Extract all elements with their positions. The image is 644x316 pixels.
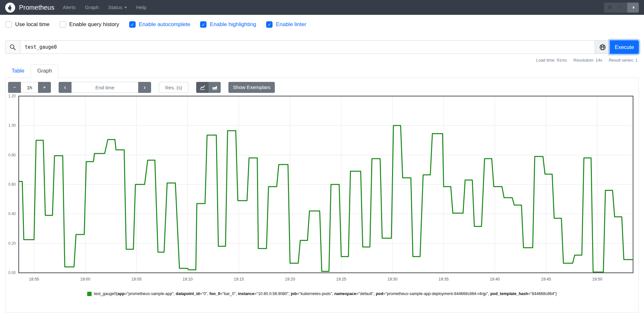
end-time-input[interactable] bbox=[72, 82, 138, 93]
chevron-down-icon bbox=[124, 7, 127, 8]
panel-tabs: Table Graph bbox=[5, 64, 639, 78]
query-input[interactable] bbox=[20, 40, 595, 54]
navbar: Prometheus AlertsGraphStatusHelp ⚙☾◑ bbox=[0, 0, 644, 15]
stat-resolution: Resolution: 14s bbox=[573, 58, 602, 63]
chart-type-toggle-group bbox=[196, 82, 221, 93]
flame-icon bbox=[7, 4, 14, 11]
tab-table[interactable]: Table bbox=[5, 64, 31, 78]
query-bar: Execute bbox=[5, 40, 639, 54]
legend: test_gauge0{app="prometheus-sample-app",… bbox=[5, 291, 639, 296]
option-label: Enable linter bbox=[276, 21, 306, 28]
y-tick-label: 0.80 bbox=[8, 153, 16, 157]
graph-panel: − + ‹ › Show Exemplars bbox=[5, 78, 639, 312]
x-tick-label: 19:15 bbox=[234, 277, 244, 281]
execute-button[interactable]: Execute bbox=[610, 40, 639, 54]
globe-icon bbox=[599, 44, 606, 51]
range-control-group: − + bbox=[8, 82, 51, 93]
checkbox-icon[interactable] bbox=[60, 21, 66, 28]
time-forward-button[interactable]: › bbox=[138, 82, 151, 93]
range-input[interactable] bbox=[21, 82, 38, 93]
option-label: Enable query history bbox=[69, 21, 119, 28]
auto-contrast-icon[interactable]: ◑ bbox=[627, 3, 639, 13]
option-enable-query-history[interactable]: Enable query history bbox=[60, 21, 119, 28]
query-options-row: Use local timeEnable query history✓Enabl… bbox=[0, 20, 644, 29]
line-chart-toggle-button[interactable] bbox=[196, 82, 208, 93]
y-tick-label: 0.00 bbox=[8, 271, 16, 275]
y-tick-label: 0.40 bbox=[8, 212, 16, 216]
x-tick-label: 19:45 bbox=[541, 277, 551, 281]
nav-link-status[interactable]: Status bbox=[108, 5, 127, 10]
prometheus-logo[interactable] bbox=[5, 3, 15, 13]
nav-links: AlertsGraphStatusHelp bbox=[63, 5, 156, 10]
x-tick-label: 18:55 bbox=[29, 277, 39, 281]
nav-link-alerts[interactable]: Alerts bbox=[63, 5, 76, 10]
endtime-control-group: ‹ › bbox=[59, 82, 151, 93]
option-enable-autocomplete[interactable]: ✓Enable autocomplete bbox=[129, 21, 190, 28]
y-tick-label: 1.20 bbox=[8, 94, 16, 98]
range-decrease-button[interactable]: − bbox=[8, 82, 21, 93]
query-stats: Load time: 91ms Resolution: 14s Result s… bbox=[6, 58, 638, 63]
x-tick-label: 19:50 bbox=[592, 277, 602, 281]
checkbox-checked-icon[interactable]: ✓ bbox=[266, 21, 273, 28]
y-tick-label: 1.00 bbox=[8, 123, 16, 128]
x-tick-label: 19:40 bbox=[490, 277, 500, 281]
show-exemplars-button[interactable]: Show Exemplars bbox=[228, 82, 275, 93]
graph-svg[interactable]: 0.000.200.400.600.801.001.2018:5519:0019… bbox=[5, 94, 639, 284]
gear-icon[interactable]: ⚙ bbox=[604, 3, 616, 13]
x-tick-label: 19:35 bbox=[438, 277, 448, 281]
search-addon bbox=[5, 40, 20, 54]
checkbox-icon[interactable] bbox=[5, 21, 12, 28]
stat-result-series: Result series: 1 bbox=[609, 58, 638, 63]
option-label: Enable autocomplete bbox=[139, 21, 190, 28]
x-tick-label: 19:00 bbox=[80, 277, 90, 281]
x-tick-label: 19:25 bbox=[336, 277, 346, 281]
search-icon bbox=[9, 44, 16, 51]
x-tick-label: 19:20 bbox=[285, 277, 295, 281]
brand-title[interactable]: Prometheus bbox=[19, 4, 54, 11]
option-label: Enable highlighting bbox=[210, 21, 256, 28]
nav-link-help[interactable]: Help bbox=[136, 5, 147, 10]
x-tick-label: 19:10 bbox=[183, 277, 193, 281]
time-back-button[interactable]: ‹ bbox=[59, 82, 72, 93]
checkbox-checked-icon[interactable]: ✓ bbox=[200, 21, 207, 28]
x-tick-label: 19:30 bbox=[387, 277, 397, 281]
moon-icon[interactable]: ☾ bbox=[616, 3, 627, 13]
line-chart-icon bbox=[200, 85, 205, 90]
series-line[interactable] bbox=[19, 125, 633, 272]
option-label: Use local time bbox=[15, 21, 50, 28]
range-increase-button[interactable]: + bbox=[38, 82, 51, 93]
theme-toggle-group: ⚙☾◑ bbox=[604, 3, 639, 13]
resolution-input[interactable] bbox=[159, 82, 188, 93]
y-tick-label: 0.20 bbox=[8, 241, 16, 246]
series-color-swatch[interactable] bbox=[87, 292, 91, 296]
x-tick-label: 19:05 bbox=[131, 277, 141, 281]
y-tick-label: 0.60 bbox=[8, 182, 16, 187]
series-label[interactable]: test_gauge0{app="prometheus-sample-app",… bbox=[94, 291, 557, 296]
graph-controls: − + ‹ › Show Exemplars bbox=[5, 78, 639, 93]
option-enable-highlighting[interactable]: ✓Enable highlighting bbox=[200, 21, 256, 28]
stat-load-time: Load time: 91ms bbox=[536, 58, 567, 63]
option-use-local-time[interactable]: Use local time bbox=[5, 21, 50, 28]
stacked-chart-toggle-button[interactable] bbox=[208, 82, 221, 93]
nav-link-graph[interactable]: Graph bbox=[85, 5, 99, 10]
checkbox-checked-icon[interactable]: ✓ bbox=[129, 21, 136, 28]
tab-graph[interactable]: Graph bbox=[31, 64, 58, 78]
metrics-explorer-button[interactable] bbox=[595, 40, 610, 54]
option-enable-linter[interactable]: ✓Enable linter bbox=[266, 21, 306, 28]
stacked-area-icon bbox=[212, 85, 217, 90]
